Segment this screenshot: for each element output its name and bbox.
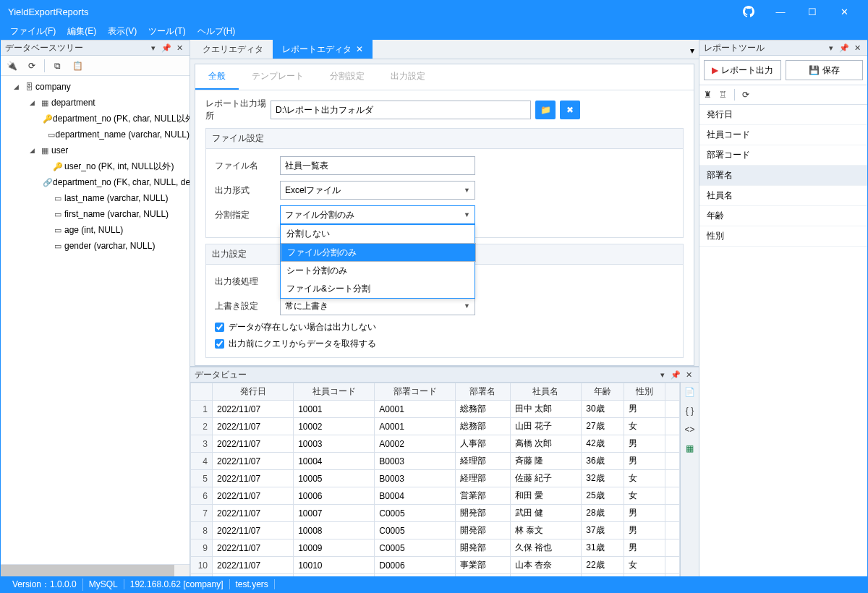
tree-db-node[interactable]: ◢🗄company [1, 79, 190, 95]
output-path-label: レポート出力場所 [205, 98, 271, 122]
menu-item[interactable]: ツール(T) [142, 25, 191, 38]
field-list-item[interactable]: 年齢 [699, 206, 867, 226]
menu-item[interactable]: 表示(V) [102, 25, 142, 38]
copy-icon[interactable]: ⧉ [49, 58, 65, 74]
tree-scrollbar[interactable] [1, 564, 190, 576]
field-list-item[interactable]: 発行日 [699, 105, 867, 125]
tree-column-node[interactable]: 🔑department_no (PK, char, NULL以外) [1, 111, 190, 127]
table-row[interactable]: 52022/11/0710005B0003経理部佐藤 紀子32歳女 [191, 470, 680, 487]
table-row[interactable]: 72022/11/0710007C0005開発部武田 健28歳男 [191, 505, 680, 522]
refresh-icon[interactable]: ⟳ [742, 90, 749, 100]
close-button[interactable]: ✕ [828, 1, 860, 22]
data-grid[interactable]: 発行日社員コード部署コード部署名社員名年齢性別12022/11/0710001A… [190, 383, 680, 576]
table-row[interactable]: 62022/11/0710006B0004営業部和田 愛25歳女 [191, 487, 680, 505]
table-row[interactable]: 42022/11/0710004B0003経理部斉藤 隆36歳男 [191, 453, 680, 470]
connect-icon[interactable]: 🔌 [4, 58, 20, 74]
pin-icon[interactable]: 📌 [670, 369, 681, 380]
tabs-dropdown-icon[interactable]: ▾ [686, 43, 699, 59]
menu-item[interactable]: 編集(E) [61, 25, 102, 38]
field-list-item[interactable]: 社員コード [699, 125, 867, 145]
split-option[interactable]: ファイル分割のみ [281, 243, 476, 262]
export-csv-icon[interactable]: 📄 [684, 385, 697, 398]
dropdown-icon[interactable]: ▾ [657, 369, 668, 380]
split-select[interactable]: ファイル分割のみ▼ 分割しないファイル分割のみシート分割のみファイル&シート分割 [280, 205, 475, 224]
menu-item[interactable]: ファイル(F) [4, 25, 61, 38]
table-row[interactable]: 12022/11/0710001A0001総務部田中 太郎30歳男 [191, 401, 680, 418]
field-list-item[interactable]: 部署コード [699, 145, 867, 166]
export-json-icon[interactable]: { } [684, 404, 697, 417]
field-list[interactable]: 発行日社員コード部署コード部署名社員名年齢性別 [699, 105, 867, 576]
chevron-down-icon: ▼ [464, 187, 470, 194]
subtab[interactable]: 全般 [195, 64, 239, 90]
report-tool-header: レポートツール ▾ 📌 ✕ [699, 40, 867, 56]
table-row[interactable]: 102022/11/0710010D0006事業部山本 杏奈22歳女 [191, 557, 680, 574]
field-list-item[interactable]: 性別 [699, 226, 867, 247]
clear-path-button[interactable]: ✖ [560, 101, 580, 119]
subtab[interactable]: テンプレート [239, 64, 317, 90]
split-option[interactable]: 分割しない [281, 225, 475, 243]
database-tree[interactable]: ◢🗄company◢▦department🔑department_no (PK,… [1, 76, 190, 564]
output-path-input[interactable] [271, 101, 531, 119]
tree-column-node[interactable]: 🔑user_no (PK, int, NULL以外) [1, 158, 190, 174]
split-option[interactable]: ファイル&シート分割 [281, 280, 475, 298]
panel-close-icon[interactable]: ✕ [851, 42, 863, 54]
check-prefetch[interactable] [215, 339, 224, 349]
dropdown-icon[interactable]: ▾ [148, 42, 159, 54]
tree-table-node[interactable]: ◢▦department [1, 95, 190, 111]
split-option[interactable]: シート分割のみ [281, 262, 475, 280]
filename-input[interactable] [280, 156, 475, 175]
refresh-icon[interactable]: ⟳ [24, 58, 40, 74]
pin-icon[interactable]: 📌 [838, 42, 850, 54]
tool-icon-2[interactable]: ♖ [719, 90, 727, 100]
tree-column-node[interactable]: 🔗department_no (FK, char, NULL, departme… [1, 174, 190, 190]
table-row[interactable]: 22022/11/0710002A0001総務部山田 花子27歳女 [191, 418, 680, 435]
table-row[interactable]: 92022/11/0710009C0005開発部久保 裕也31歳男 [191, 539, 680, 557]
save-button[interactable]: 💾保存 [786, 60, 863, 80]
tree-column-node[interactable]: ▭last_name (varchar, NULL) [1, 190, 190, 206]
browse-folder-button[interactable]: 📁 [535, 101, 556, 119]
filename-label: ファイル名 [215, 160, 280, 172]
github-icon[interactable] [733, 1, 765, 22]
tab-query-editor[interactable]: クエリエディタ [193, 40, 273, 59]
export-excel-icon[interactable]: ▦ [684, 442, 697, 455]
grid-header[interactable]: 性別 [624, 383, 665, 401]
paste-icon[interactable]: 📋 [69, 58, 85, 74]
tree-column-node[interactable]: ▭department_name (varchar, NULL) [1, 127, 190, 142]
grid-header[interactable]: 部署コード [375, 383, 456, 401]
tab-report-editor[interactable]: レポートエディタ✕ [273, 40, 373, 59]
grid-header[interactable]: 発行日 [213, 383, 294, 401]
table-row[interactable]: 32022/11/0710003A0002人事部高橋 次郎42歳男 [191, 435, 680, 453]
pin-icon[interactable]: 📌 [161, 42, 172, 54]
tree-column-node[interactable]: ▭gender (varchar, NULL) [1, 238, 190, 254]
panel-close-icon[interactable]: ✕ [174, 42, 185, 54]
overwrite-select[interactable]: 常に上書き▼ [280, 296, 475, 315]
minimize-button[interactable]: ― [765, 1, 796, 22]
grid-header[interactable]: 部署名 [456, 383, 510, 401]
subtab[interactable]: 分割設定 [317, 64, 378, 90]
split-dropdown: 分割しないファイル分割のみシート分割のみファイル&シート分割 [280, 224, 475, 299]
maximize-button[interactable]: ☐ [796, 1, 828, 22]
tool-icon-1[interactable]: ♜ [704, 90, 712, 100]
field-list-item[interactable]: 部署名 [699, 166, 867, 186]
report-output-button[interactable]: ▶レポート出力 [704, 60, 781, 80]
export-xml-icon[interactable]: <> [684, 423, 697, 436]
panel-close-icon[interactable]: ✕ [683, 369, 694, 380]
grid-header[interactable]: 年齢 [582, 383, 624, 401]
field-list-item[interactable]: 社員名 [699, 186, 867, 206]
tree-column-node[interactable]: ▭first_name (varchar, NULL) [1, 206, 190, 222]
subtab[interactable]: 出力設定 [378, 64, 438, 90]
dropdown-icon[interactable]: ▾ [825, 42, 837, 54]
tree-table-node[interactable]: ◢▦user [1, 142, 190, 158]
chevron-down-icon: ▼ [464, 211, 470, 218]
tree-column-node[interactable]: ▭age (int, NULL) [1, 222, 190, 238]
menu-item[interactable]: ヘルプ(H) [192, 25, 242, 38]
table-row[interactable]: 82022/11/0710008C0005開発部林 泰文37歳男 [191, 522, 680, 539]
format-select[interactable]: Excelファイル▼ [280, 181, 475, 200]
dataview-header: データビュー ▾ 📌 ✕ [190, 367, 699, 383]
grid-header[interactable]: 社員コード [294, 383, 375, 401]
status-file: test.yers [230, 579, 275, 589]
check-no-data[interactable] [215, 323, 224, 332]
tab-close-icon[interactable]: ✕ [356, 44, 363, 54]
play-icon: ▶ [712, 65, 718, 75]
grid-header[interactable]: 社員名 [510, 383, 582, 401]
